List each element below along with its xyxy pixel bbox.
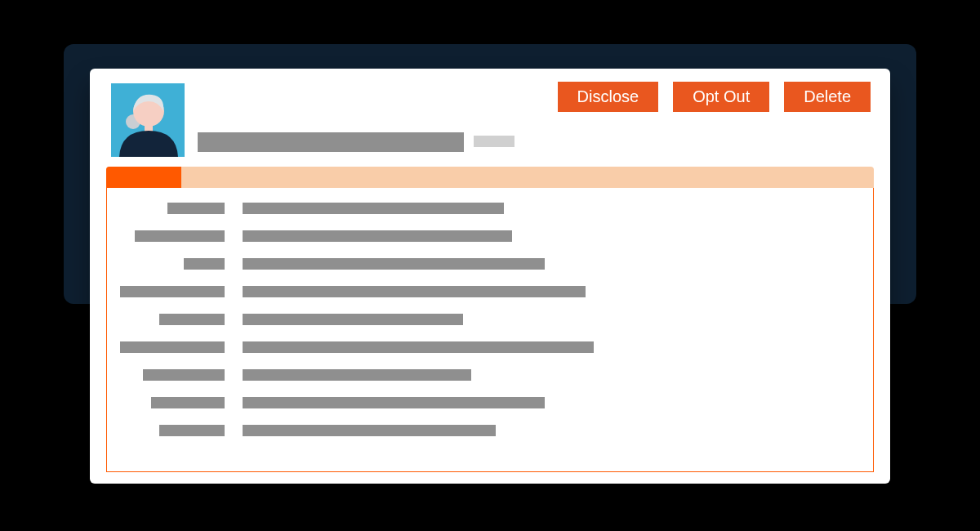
detail-row: [120, 286, 860, 297]
detail-row: [120, 369, 860, 381]
detail-value-placeholder: [243, 258, 545, 270]
disclose-button[interactable]: Disclose: [558, 82, 659, 112]
detail-row: [120, 230, 860, 242]
detail-row: [120, 258, 860, 270]
opt-out-button[interactable]: Opt Out: [673, 82, 769, 112]
tab-strip: [106, 167, 874, 188]
detail-row: [120, 425, 860, 436]
profile-name-placeholder: [198, 132, 464, 152]
card-header: Disclose Opt Out Delete: [90, 69, 890, 167]
tab-active[interactable]: [106, 167, 181, 188]
detail-value-placeholder: [243, 397, 545, 408]
detail-value-placeholder: [243, 341, 594, 353]
avatar: [111, 83, 185, 157]
detail-row: [120, 203, 860, 214]
detail-label-placeholder: [167, 203, 225, 214]
detail-label-placeholder: [120, 341, 225, 353]
detail-value-placeholder: [243, 425, 496, 436]
detail-label-placeholder: [184, 258, 225, 270]
detail-row: [120, 314, 860, 325]
detail-label-placeholder: [159, 314, 225, 325]
detail-value-placeholder: [243, 203, 504, 214]
detail-label-placeholder: [120, 286, 225, 297]
detail-value-placeholder: [243, 230, 512, 242]
detail-value-placeholder: [243, 369, 471, 381]
profile-sub-placeholder: [474, 136, 514, 147]
detail-label-placeholder: [143, 369, 225, 381]
delete-button[interactable]: Delete: [784, 82, 871, 112]
detail-value-placeholder: [243, 286, 586, 297]
detail-row: [120, 341, 860, 353]
detail-label-placeholder: [135, 230, 225, 242]
details-panel: [106, 188, 874, 472]
detail-value-placeholder: [243, 314, 463, 325]
detail-label-placeholder: [159, 425, 225, 436]
detail-label-placeholder: [151, 397, 225, 408]
action-buttons: Disclose Opt Out Delete: [558, 82, 871, 112]
profile-card: Disclose Opt Out Delete: [90, 69, 890, 484]
avatar-image-icon: [111, 83, 185, 157]
detail-row: [120, 397, 860, 408]
